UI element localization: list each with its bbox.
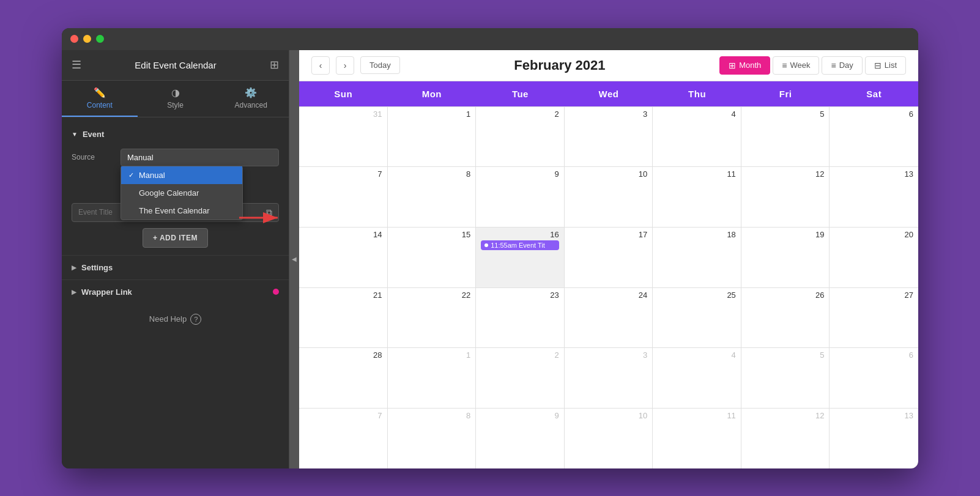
titlebar [62,28,918,50]
day-number: 15 [393,230,471,239]
day-number: 12 [746,169,825,179]
day-number: 5 [746,109,825,119]
day-cell[interactable]: 2 [476,107,565,167]
day-cell[interactable]: 13 [830,167,918,227]
wrapper-pink-indicator [273,289,279,295]
dropdown-item-manual[interactable]: ✓ Manual [121,166,242,184]
dropdown-item-event-cal[interactable]: ✓ The Event Calendar [121,202,242,220]
minimize-button[interactable] [83,35,91,43]
view-day-label: Day [839,61,853,70]
day-number: 9 [481,169,559,179]
week-row-2: 14151611:55am Event Tit17181920 [299,227,918,287]
day-cell[interactable]: 12 [741,409,830,468]
tab-advanced-label: Advanced [234,101,267,109]
close-button[interactable] [70,35,78,43]
tab-advanced[interactable]: ⚙️ Advanced [213,81,289,117]
day-cell[interactable]: 8 [388,409,477,468]
view-list-button[interactable]: ⊟ List [865,56,906,75]
pencil-icon: ✏️ [94,87,106,98]
day-cell[interactable]: 15 [388,228,477,287]
grid-icon[interactable]: ⊞ [270,58,279,72]
day-cell[interactable]: 6 [830,348,918,408]
hamburger-icon[interactable]: ☰ [72,58,81,72]
day-cell[interactable]: 3 [565,107,653,167]
main-area: ☰ Edit Event Calendar ⊞ ✏️ Content ◑ Sty… [62,50,918,468]
day-cell[interactable]: 10 [565,409,653,468]
day-cell[interactable]: 13 [830,409,918,468]
next-button[interactable]: › [336,56,354,75]
tab-style[interactable]: ◑ Style [138,81,213,117]
day-number: 1 [393,109,471,119]
event-section-header[interactable]: ▼ Event [62,125,289,144]
day-header-thu: Thu [653,81,741,106]
view-day-button[interactable]: ≡ Day [822,56,862,75]
prev-button[interactable]: ‹ [311,56,330,75]
wrapper-section-header[interactable]: ▶ Wrapper Link [62,280,289,304]
day-cell[interactable]: 27 [830,288,918,348]
collapse-handle[interactable]: ◀ [289,50,299,468]
day-header-fri: Fri [741,81,830,106]
day-cell[interactable]: 5 [741,348,830,408]
day-number: 6 [834,109,913,119]
day-cell[interactable]: 11 [653,409,741,468]
day-cell[interactable]: 21 [299,288,388,348]
day-cell[interactable]: 22 [388,288,477,348]
event-pill[interactable]: 11:55am Event Tit [481,240,559,250]
day-cell[interactable]: 19 [741,228,830,287]
tab-content[interactable]: ✏️ Content [62,81,138,117]
add-item-button[interactable]: + ADD ITEM [143,228,208,248]
day-cell[interactable]: 5 [741,107,830,167]
day-number: 22 [393,291,471,300]
day-cell[interactable]: 1611:55am Event Tit [476,228,565,287]
day-cell[interactable]: 23 [476,288,565,348]
day-cell[interactable]: 24 [565,288,653,348]
day-cell[interactable]: 7 [299,167,388,227]
day-cell[interactable]: 2 [476,348,565,408]
day-number: 18 [658,230,736,239]
week-lines-icon: ≡ [782,61,787,70]
day-header-sun: Sun [299,81,388,106]
need-help-row[interactable]: Need Help ? [62,304,289,335]
day-cell[interactable]: 17 [565,228,653,287]
day-cell[interactable]: 1 [388,107,477,167]
day-cell[interactable]: 4 [653,348,741,408]
app-window: ☰ Edit Event Calendar ⊞ ✏️ Content ◑ Sty… [62,28,918,468]
day-cell[interactable]: 10 [565,167,653,227]
day-number: 24 [570,291,648,300]
day-cell[interactable]: 25 [653,288,741,348]
copy-icon[interactable]: ⧉ [266,207,272,218]
day-number: 6 [834,350,913,360]
day-headers: Sun Mon Tue Wed Thu Fri Sat [299,81,918,106]
day-cell[interactable]: 12 [741,167,830,227]
day-cell[interactable]: 1 [388,348,477,408]
tab-style-label: Style [167,101,184,109]
day-cell[interactable]: 18 [653,228,741,287]
today-button[interactable]: Today [360,56,400,74]
view-week-button[interactable]: ≡ Week [773,56,819,75]
maximize-button[interactable] [96,35,104,43]
day-header-tue: Tue [476,81,565,106]
day-number: 21 [304,291,382,300]
style-icon: ◑ [171,87,180,98]
day-cell[interactable]: 6 [830,107,918,167]
day-cell[interactable]: 3 [565,348,653,408]
day-number: 26 [746,291,825,300]
day-cell[interactable]: 20 [830,228,918,287]
day-cell[interactable]: 9 [476,409,565,468]
day-cell[interactable]: 31 [299,107,388,167]
day-cell[interactable]: 14 [299,228,388,287]
day-lines-icon: ≡ [831,61,836,70]
view-month-button[interactable]: ⊞ Month [719,56,770,75]
day-cell[interactable]: 8 [388,167,477,227]
day-cell[interactable]: 26 [741,288,830,348]
day-cell[interactable]: 28 [299,348,388,408]
source-dropdown[interactable]: Manual [121,149,279,166]
day-cell[interactable]: 4 [653,107,741,167]
day-cell[interactable]: 11 [653,167,741,227]
day-cell[interactable]: 9 [476,167,565,227]
settings-section-header[interactable]: ▶ Settings [62,256,289,279]
day-number: 27 [834,291,913,300]
tab-content-label: Content [87,101,113,109]
dropdown-item-google[interactable]: ✓ Google Calendar [121,184,242,202]
day-cell[interactable]: 7 [299,409,388,468]
